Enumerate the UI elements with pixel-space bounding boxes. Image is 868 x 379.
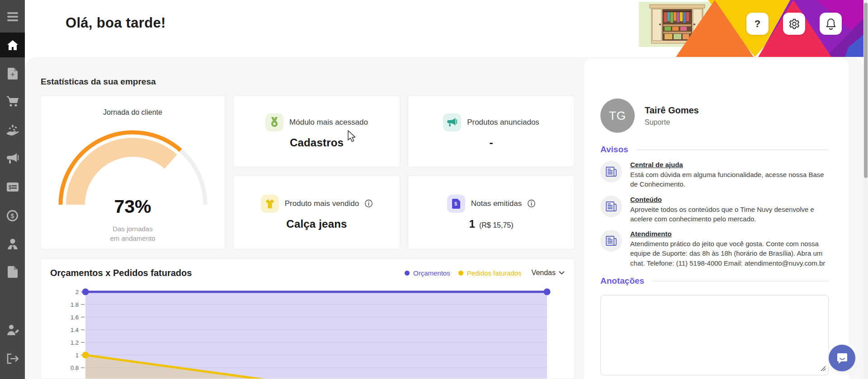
greeting-title: Olá, boa tarde! [66, 15, 166, 31]
orcamentos-point-start [82, 289, 89, 295]
notifications-button[interactable] [820, 13, 842, 35]
aviso-text: Está com dúvida em alguma funcionalidade… [630, 170, 829, 189]
legend-label-orcamentos[interactable]: Orçamentos [413, 269, 450, 277]
list-item: Central de ajuda Está com dúvida em algu… [600, 161, 829, 189]
announced-products-card: Produtos anunciados - [408, 95, 575, 167]
module-card-value: Cadastros [290, 136, 344, 149]
invoices-value: 1 [469, 218, 475, 230]
sidebar-item-megaphone-icon[interactable] [0, 150, 25, 168]
journey-desc-line2: em andamento [41, 234, 225, 243]
pedidos-point-start [82, 352, 89, 359]
chart-filter-label: Vendas [532, 269, 556, 277]
avatar: TG [600, 98, 635, 133]
sidebar-item-user-edit-icon[interactable] [0, 321, 25, 339]
stats-heading: Estatísticas da sua empresa [41, 77, 156, 87]
aviso-link-atendimento[interactable]: Atendimento [630, 230, 829, 238]
sidebar-item-document-icon[interactable] [0, 263, 25, 281]
best-seller-label: Produto mais vendido [285, 199, 359, 208]
legend-dot-orcamentos [405, 271, 410, 276]
invoices-card: $ Notas emitidas 1 (R$ 15,75) [408, 175, 575, 249]
anotacoes-section-header: Anotações [600, 276, 829, 286]
avisos-title: Avisos [600, 145, 628, 154]
gear-icon [788, 18, 800, 30]
legend-dot-pedidos [458, 271, 463, 276]
y-tick: 1.6 [71, 314, 79, 321]
medal-icon [265, 113, 283, 131]
notes-textarea[interactable] [600, 295, 829, 375]
journey-percent: 73% [41, 196, 225, 217]
y-tick: 2 [75, 289, 79, 295]
invoices-value-detail: (R$ 15,75) [479, 221, 514, 229]
mouse-cursor [347, 130, 358, 143]
aviso-link-conteudo[interactable]: Conteúdo [630, 196, 829, 203]
y-tick: 1.4 [71, 327, 79, 333]
journey-desc-line1: Das jornadas [41, 224, 225, 234]
customer-journey-card: Jornada do cliente 73% Das jornadas em a… [40, 95, 225, 249]
sidebar-item-home[interactable] [0, 33, 25, 57]
sidebar: $ $ [0, 0, 25, 379]
news-icon [600, 230, 622, 252]
support-panel: TG Tairê Gomes Suporte Avisos Central de… [584, 59, 849, 379]
sidebar-item-hand-seed-icon[interactable] [0, 121, 25, 139]
avisos-section-header: Avisos [600, 145, 829, 154]
resize-handle-icon[interactable] [820, 365, 826, 371]
sidebar-item-dollar-circle-icon[interactable]: $ [0, 206, 25, 225]
y-tick: 0.8 [71, 365, 79, 371]
svg-text:$: $ [454, 201, 457, 206]
list-item: Conteúdo Aproveite todos os conteúdos qu… [600, 196, 829, 224]
info-icon[interactable] [528, 200, 535, 207]
module-card-label: Módulo mais acessado [289, 118, 368, 127]
chevron-down-icon [559, 271, 565, 275]
logout-icon[interactable] [0, 350, 25, 368]
sidebar-item-billing-card-icon[interactable]: $ [0, 178, 25, 196]
list-item: Atendimento Atendimento prático do jeito… [600, 230, 829, 268]
news-icon [600, 196, 622, 217]
sidebar-item-cart-icon[interactable] [0, 93, 25, 111]
gauge-title: Jornada do cliente [41, 108, 225, 117]
info-icon[interactable] [365, 200, 373, 207]
header: Olá, boa tarde! ? [25, 0, 868, 57]
megaphone-icon [443, 113, 461, 131]
support-user: TG Tairê Gomes Suporte [600, 98, 829, 133]
announced-card-value: - [489, 136, 493, 149]
best-seller-card: Produto mais vendido Calça jeans [233, 175, 400, 249]
settings-button[interactable] [783, 13, 805, 35]
legend-label-pedidos[interactable]: Pedidos faturados [467, 269, 522, 277]
sidebar-item-file-plus-icon[interactable] [0, 65, 25, 83]
orcamentos-point-end [544, 289, 551, 295]
help-button[interactable]: ? [746, 13, 769, 35]
svg-text:$: $ [9, 184, 12, 191]
sidebar-item-client-icon[interactable] [0, 235, 25, 253]
invoice-icon: $ [447, 195, 465, 213]
shirt-icon [261, 195, 279, 213]
y-tick: 1 [75, 352, 79, 359]
user-role: Suporte [645, 118, 699, 126]
chart-filter-dropdown[interactable]: Vendas [532, 269, 565, 277]
help-label: ? [755, 18, 760, 30]
user-name: Tairê Gomes [645, 105, 699, 116]
news-icon [600, 161, 622, 182]
svg-text:$: $ [11, 212, 14, 219]
aviso-text: Atendimento prático do jeito que você go… [630, 239, 829, 268]
line-chart-plot: 2 1.8 1.6 1.4 1.2 1 0.8 [41, 285, 575, 379]
best-seller-value: Calça jeans [286, 218, 347, 230]
announced-card-label: Produtos anunciados [467, 118, 539, 127]
chat-launcher-button[interactable] [829, 345, 855, 371]
journey-description: Das jornadas em andamento [41, 224, 225, 243]
chat-bubble-icon [836, 352, 849, 365]
aviso-link-central-de-ajuda[interactable]: Central de ajuda [630, 161, 829, 168]
anotacoes-title: Anotações [600, 276, 644, 286]
invoices-label: Notas emitidas [471, 199, 522, 208]
aviso-text: Aproveite todos os conteúdos que o Time … [630, 205, 829, 224]
page-scrollbar[interactable] [863, 0, 868, 379]
budgets-vs-orders-chart-card: Orçamentos x Pedidos faturados Orçamento… [40, 258, 575, 379]
menu-icon[interactable] [0, 8, 25, 26]
y-tick: 1.2 [71, 339, 79, 346]
bell-icon [826, 18, 836, 30]
most-accessed-module-card: Módulo mais acessado Cadastros [233, 95, 400, 167]
scrollbar-thumb[interactable] [864, 3, 868, 178]
chart-title: Orçamentos x Pedidos faturados [50, 268, 192, 278]
divider [637, 150, 829, 150]
divider [652, 281, 829, 281]
chart-legend: Orçamentos Pedidos faturados Vendas [405, 269, 565, 277]
